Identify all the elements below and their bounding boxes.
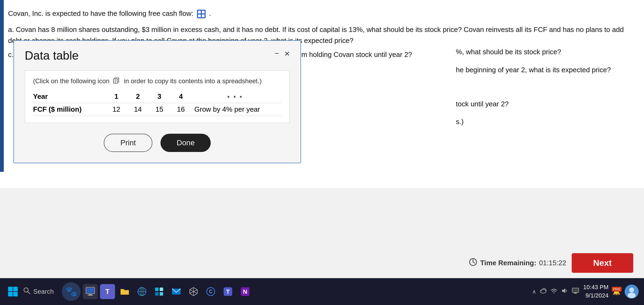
svg-rect-2 (198, 14, 201, 17)
svg-rect-21 (88, 295, 93, 296)
wifi-icon[interactable] (550, 287, 558, 296)
taskbar: Search 🐾 T (0, 278, 644, 305)
fcf-year-1: 12 (108, 103, 130, 116)
col-year-4: 4 (173, 90, 194, 103)
svg-rect-19 (87, 288, 94, 293)
modal-close-button[interactable]: × (284, 49, 290, 58)
table-row: FCF ($ million) 12 14 15 16 Grow by 4% p… (33, 103, 281, 116)
grid-icon (197, 10, 206, 18)
taskbar-onenote-button[interactable]: N (238, 284, 253, 299)
svg-rect-26 (155, 292, 159, 296)
svg-rect-14 (8, 292, 13, 296)
modal-controls: − × (275, 49, 290, 58)
question-intro: Covan, Inc. is expected to have the foll… (8, 8, 631, 19)
volume-icon[interactable] (561, 287, 568, 296)
right-side-text: %, what should be its stock price? he be… (450, 40, 644, 133)
bottom-bar: Time Remaining: 01:15:22 Next (469, 253, 633, 273)
triangle-up (0, 35, 4, 39)
svg-rect-43 (573, 289, 578, 292)
svg-text:C: C (209, 289, 213, 294)
data-table-modal: Data table − × (Click on the following i… (13, 40, 301, 163)
svg-rect-27 (160, 292, 163, 296)
clock: 10:43 PM 9/1/2024 (583, 283, 609, 300)
print-button[interactable]: Print (104, 134, 153, 152)
cloud-icon[interactable] (539, 287, 547, 296)
svg-text:N: N (243, 288, 247, 295)
col-label: Year (33, 90, 108, 103)
svg-rect-13 (13, 287, 18, 291)
svg-marker-41 (562, 288, 565, 293)
svg-point-47 (629, 288, 634, 292)
modal-header: Data table − × (25, 49, 290, 62)
right-line-3: tock until year 2? (456, 98, 639, 110)
svg-rect-25 (160, 288, 163, 291)
taskbar-desktop-button[interactable] (83, 284, 98, 299)
col-year-2: 2 (130, 90, 151, 103)
taskbar-right: ∧ (532, 283, 639, 300)
taskbar-folder-button[interactable] (117, 284, 132, 299)
fcf-growth: Grow by 4% per year (194, 103, 281, 116)
taskbar-apps-button[interactable] (152, 284, 167, 299)
taskbar-user-avatar[interactable] (625, 285, 639, 299)
svg-rect-15 (13, 292, 18, 296)
taskbar-copilot-button[interactable]: C (203, 284, 218, 299)
left-sidebar-bar (0, 0, 4, 172)
right-line-4: s.) (456, 115, 639, 128)
svg-point-39 (540, 289, 546, 293)
svg-rect-3 (202, 14, 205, 17)
taskbar-teams-button[interactable]: T (100, 284, 115, 299)
svg-rect-0 (198, 11, 201, 13)
svg-line-11 (473, 262, 475, 263)
system-icons: ∧ (532, 287, 579, 296)
col-year-3: 3 (151, 90, 173, 103)
data-table-container: (Click on the following icon in order to… (25, 70, 290, 123)
taskbar-browser-button[interactable] (134, 284, 149, 299)
svg-point-48 (628, 293, 636, 298)
svg-rect-24 (155, 288, 159, 291)
chevron-up-icon[interactable]: ∧ (532, 288, 536, 295)
windows-start-button[interactable] (5, 284, 20, 299)
search-label: Search (33, 288, 54, 295)
fcf-year-2: 14 (130, 103, 151, 116)
table-header-row: Year 1 2 3 4 • • • (33, 90, 281, 103)
svg-point-40 (553, 292, 554, 293)
modal-title: Data table (25, 49, 79, 62)
copy-icon (113, 78, 120, 85)
svg-rect-20 (89, 294, 92, 295)
display-icon[interactable] (572, 287, 579, 296)
search-icon (23, 287, 31, 296)
row-label: FCF ($ million) (33, 103, 108, 116)
taskbar-mascot[interactable]: 🐾 (62, 282, 81, 301)
timer-icon (469, 258, 477, 268)
right-line-2: he beginning of year 2, what is its expe… (456, 64, 639, 76)
svg-rect-45 (574, 293, 577, 294)
ellipsis: • • • (227, 93, 243, 100)
timer-value: 01:15:22 (539, 259, 566, 267)
col-dots: • • • (194, 90, 281, 103)
taskbar-apps: 🐾 T (62, 282, 253, 301)
modal-minimize-button[interactable]: − (275, 50, 279, 57)
col-year-1: 1 (108, 90, 130, 103)
spreadsheet-hint: (Click on the following icon in order to… (33, 77, 281, 85)
timer-container: Time Remaining: 01:15:22 (469, 258, 566, 268)
fcf-table: Year 1 2 3 4 • • • FCF ($ million) 12 14… (33, 90, 281, 116)
notification-icon[interactable]: 🔔 PRE (613, 288, 621, 295)
taskbar-teams2-button[interactable]: T (220, 284, 235, 299)
svg-rect-44 (574, 293, 577, 293)
svg-text:T: T (226, 288, 230, 295)
clock-time: 10:43 PM (583, 283, 609, 292)
taskbar-mail-button[interactable] (169, 284, 184, 299)
next-button[interactable]: Next (572, 253, 633, 273)
right-line-1: %, what should be its stock price? (456, 46, 639, 58)
done-button[interactable]: Done (160, 134, 211, 152)
notification-badge: PRE (612, 287, 622, 292)
triangle-down (0, 133, 4, 137)
clock-date: 9/1/2024 (583, 292, 609, 300)
taskbar-3d-button[interactable] (186, 284, 201, 299)
taskbar-search[interactable]: Search (23, 287, 54, 296)
fcf-year-3: 15 (151, 103, 173, 116)
svg-line-17 (28, 292, 30, 294)
timer-label: Time Remaining: (480, 259, 536, 267)
svg-rect-12 (8, 287, 13, 291)
fcf-year-4: 16 (173, 103, 194, 116)
